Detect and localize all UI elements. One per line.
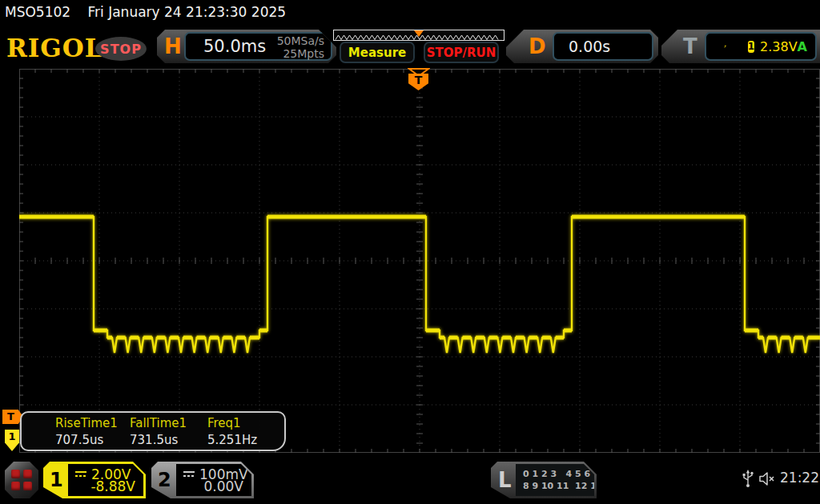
measurement-value: 707.5us <box>55 433 118 447</box>
channel2-offset: 0.00V <box>204 478 243 494</box>
measurement-item: RiseTime1 707.5us <box>55 416 118 447</box>
horizontal-label: H <box>164 34 182 58</box>
trigger-position-tag: T <box>408 74 428 90</box>
measurement-label: Freq1 <box>207 416 257 430</box>
measurement-value: 5.251Hz <box>207 433 257 447</box>
sample-rate: 50MSa/s <box>277 34 324 47</box>
horizontal-panel[interactable]: H 50.0ms 50MSa/s 25Mpts <box>157 30 336 63</box>
acquisition-rates: 50MSa/s 25Mpts <box>277 34 324 60</box>
trigger-value-box: 1 2.38V A <box>705 32 817 61</box>
channel2-badge[interactable]: 2 100mV 0.00V <box>151 462 254 498</box>
delay-value: 0.00s <box>569 38 610 55</box>
horizontal-value-box: 50.0ms 50MSa/s 25Mpts <box>184 32 332 61</box>
delay-value-box: 0.00s <box>553 32 653 61</box>
waveform-display <box>19 69 820 453</box>
memory-depth: 25Mpts <box>277 47 324 60</box>
logic-analyzer-label: L <box>498 468 512 492</box>
acquisition-status-badge: STOP <box>95 37 147 61</box>
channel2-settings: 100mV 0.00V <box>176 464 251 496</box>
measurement-item: Freq1 5.251Hz <box>207 416 257 447</box>
trigger-level-value: 2.38V <box>760 39 798 54</box>
measurement-value: 731.5us <box>130 433 187 447</box>
measurement-item: FallTime1 731.5us <box>130 416 187 447</box>
main-menu-button[interactable] <box>5 462 38 498</box>
stop-run-button[interactable]: STOP/RUN <box>424 42 499 63</box>
oscilloscope-screen: MSO5102 Fri January 24 21:23:30 2025 RIG… <box>0 0 820 504</box>
usb-icon <box>742 470 754 489</box>
memory-position-bar[interactable] <box>333 30 504 41</box>
menu-grid-icon <box>11 470 32 490</box>
channel1-badge[interactable]: 1 2.00V -8.88V <box>43 462 146 498</box>
trigger-source-badge: 1 <box>748 41 754 53</box>
trigger-label: T <box>683 34 697 58</box>
measure-button[interactable]: Measure <box>340 42 415 63</box>
status-icons: 21:22 <box>740 467 820 491</box>
channel1-number: 1 <box>50 469 63 491</box>
trigger-panel[interactable]: T 1 2.38V A <box>661 30 820 63</box>
memory-trigger-position-icon[interactable] <box>414 30 424 37</box>
rising-edge-icon <box>724 40 727 53</box>
channel1-offset: -8.88V <box>90 478 135 494</box>
model-name: MSO5102 <box>5 4 70 20</box>
sound-muted-icon[interactable] <box>758 472 778 486</box>
titlebar: MSO5102 Fri January 24 21:23:30 2025 <box>5 4 286 20</box>
clock-text: 21:22 <box>780 470 819 486</box>
rigol-logo: RIGOL <box>6 34 103 62</box>
trigger-sweep-mode: A <box>798 39 807 54</box>
timebase-value: 50.0ms <box>203 37 266 56</box>
logic-channels-row1: 0 1 2 3 4 5 6 7 <box>523 468 594 480</box>
ch1-waveform-trace <box>19 69 820 453</box>
channel1-settings: 2.00V -8.88V <box>68 464 143 496</box>
logic-analyzer-badge[interactable]: L 0 1 2 3 4 5 6 7 8 9 10 11 12 13 14 15 <box>491 462 597 498</box>
dc-coupling-icon <box>183 470 195 478</box>
trigger-position-marker[interactable]: T <box>408 66 430 91</box>
logic-channel-list: 0 1 2 3 4 5 6 7 8 9 10 11 12 13 14 15 <box>516 464 594 496</box>
measurement-results-panel[interactable]: RiseTime1 707.5us FallTime1 731.5us Freq… <box>20 411 286 451</box>
measurement-label: FallTime1 <box>130 416 187 430</box>
delay-label: D <box>529 34 546 58</box>
datetime-text: Fri January 24 21:23:30 2025 <box>88 4 287 20</box>
dc-coupling-icon <box>74 470 87 478</box>
delay-panel[interactable]: D 0.00s <box>506 30 658 63</box>
logic-channels-row2: 8 9 10 11 12 13 14 15 <box>523 480 594 492</box>
channel2-number: 2 <box>158 469 171 491</box>
ch1-ground-marker[interactable]: 1 <box>5 430 19 451</box>
measurement-label: RiseTime1 <box>55 416 118 430</box>
